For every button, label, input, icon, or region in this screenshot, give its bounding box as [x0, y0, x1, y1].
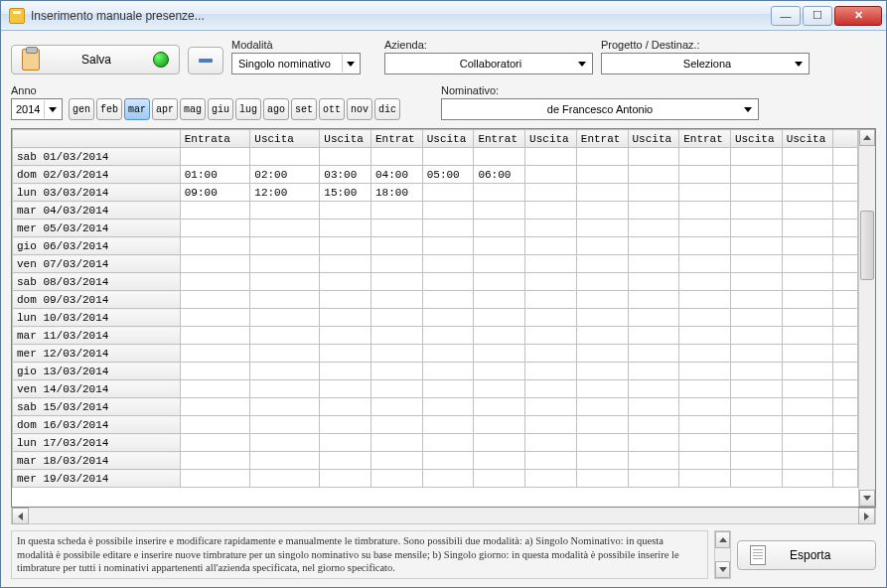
time-cell[interactable] [576, 255, 628, 273]
time-cell[interactable] [474, 202, 525, 220]
anno-select[interactable]: 2014 [11, 98, 63, 120]
scroll-left-button[interactable] [12, 508, 29, 524]
time-cell[interactable] [474, 434, 525, 452]
time-cell[interactable] [474, 363, 525, 380]
time-cell[interactable] [679, 434, 731, 452]
time-cell[interactable] [782, 148, 833, 166]
time-cell[interactable] [250, 220, 320, 237]
time-cell[interactable] [422, 470, 474, 488]
time-cell[interactable] [679, 398, 731, 416]
time-cell[interactable] [422, 380, 474, 398]
time-cell[interactable] [371, 202, 423, 220]
horizontal-scrollbar[interactable] [11, 508, 876, 524]
scroll-track[interactable] [715, 548, 730, 561]
time-cell[interactable] [730, 166, 782, 184]
time-cell[interactable] [679, 452, 731, 470]
time-cell[interactable] [730, 309, 782, 327]
time-cell[interactable] [525, 184, 577, 202]
time-cell[interactable] [730, 416, 782, 434]
time-cell[interactable] [576, 452, 628, 470]
time-cell[interactable] [782, 166, 833, 184]
time-cell[interactable] [525, 220, 577, 237]
time-cell[interactable] [474, 309, 525, 327]
time-cell[interactable] [525, 416, 577, 434]
time-cell[interactable] [782, 202, 833, 220]
month-gen[interactable]: gen [69, 98, 94, 120]
time-cell[interactable] [422, 345, 474, 363]
month-ott[interactable]: ott [319, 98, 345, 120]
time-cell[interactable] [782, 434, 833, 452]
time-cell[interactable] [320, 470, 371, 488]
time-cell[interactable] [679, 273, 731, 291]
time-cell[interactable] [525, 380, 577, 398]
time-cell[interactable] [576, 291, 628, 309]
time-cell[interactable] [422, 452, 474, 470]
time-cell[interactable] [576, 202, 628, 220]
time-cell[interactable] [250, 416, 320, 434]
time-cell[interactable] [576, 363, 628, 380]
col-header[interactable]: Uscita [250, 130, 320, 148]
time-cell[interactable] [474, 184, 525, 202]
col-header[interactable]: Uscita [422, 130, 474, 148]
time-cell[interactable] [371, 309, 423, 327]
time-cell[interactable] [576, 434, 628, 452]
time-cell[interactable] [320, 416, 371, 434]
time-cell[interactable] [679, 363, 731, 380]
time-cell[interactable]: 04:00 [371, 166, 423, 184]
time-cell[interactable] [371, 345, 423, 363]
col-header[interactable] [833, 130, 858, 148]
time-cell[interactable] [250, 434, 320, 452]
month-dic[interactable]: dic [374, 98, 400, 120]
time-cell[interactable] [782, 273, 833, 291]
time-cell[interactable] [422, 184, 474, 202]
time-cell[interactable] [730, 380, 782, 398]
month-feb[interactable]: feb [96, 98, 122, 120]
time-cell[interactable] [628, 309, 679, 327]
minimize-button[interactable]: — [771, 6, 801, 26]
scroll-thumb[interactable] [860, 211, 874, 280]
time-cell[interactable] [180, 363, 250, 380]
time-cell[interactable] [320, 345, 371, 363]
time-cell[interactable] [628, 166, 679, 184]
time-cell[interactable]: 18:00 [371, 184, 423, 202]
time-cell[interactable] [628, 184, 679, 202]
time-cell[interactable] [730, 273, 782, 291]
time-cell[interactable] [782, 452, 833, 470]
col-header[interactable]: Uscita [320, 130, 371, 148]
time-cell[interactable] [525, 237, 577, 255]
time-cell[interactable] [250, 273, 320, 291]
time-cell[interactable] [782, 291, 833, 309]
time-cell[interactable] [371, 380, 423, 398]
time-cell[interactable] [474, 416, 525, 434]
time-cell[interactable] [474, 380, 525, 398]
time-cell[interactable] [474, 470, 525, 488]
time-cell[interactable] [628, 398, 679, 416]
time-cell[interactable] [628, 452, 679, 470]
titlebar[interactable]: Inserimento manuale presenze... — ☐ ✕ [1, 1, 886, 31]
time-cell[interactable] [525, 202, 577, 220]
time-cell[interactable] [679, 380, 731, 398]
time-cell[interactable] [782, 470, 833, 488]
time-cell[interactable] [782, 345, 833, 363]
time-cell[interactable] [474, 237, 525, 255]
time-cell[interactable] [525, 470, 577, 488]
time-cell[interactable] [180, 291, 250, 309]
time-cell[interactable] [679, 291, 731, 309]
time-cell[interactable] [628, 380, 679, 398]
time-cell[interactable] [474, 327, 525, 345]
time-cell[interactable] [371, 434, 423, 452]
time-cell[interactable] [576, 237, 628, 255]
time-cell[interactable] [525, 327, 577, 345]
time-cell[interactable] [628, 363, 679, 380]
time-cell[interactable] [422, 398, 474, 416]
time-cell[interactable] [730, 398, 782, 416]
time-cell[interactable] [679, 345, 731, 363]
time-cell[interactable] [679, 148, 731, 166]
month-giu[interactable]: giu [208, 98, 233, 120]
time-cell[interactable] [371, 327, 423, 345]
month-mag[interactable]: mag [180, 98, 206, 120]
time-cell[interactable] [628, 202, 679, 220]
time-cell[interactable] [525, 434, 577, 452]
vertical-scrollbar[interactable] [858, 129, 875, 507]
time-cell[interactable] [371, 363, 423, 380]
